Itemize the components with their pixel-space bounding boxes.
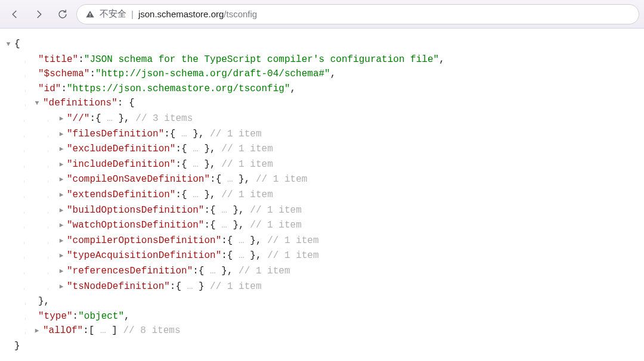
toggle-definition-item[interactable]: ▶ — [60, 264, 64, 279]
collapsed-object[interactable]: { … } — [181, 188, 210, 203]
item-count-comment: // 3 items — [135, 111, 193, 126]
toggle-definition-item[interactable]: ▶ — [60, 234, 64, 248]
toggle-definition-item[interactable]: ▶ — [60, 111, 64, 126]
prop-type: "type": "object", — [2, 309, 638, 324]
definition-item: ▶"compileOnSaveDefinition": { … }, // 1 … — [2, 172, 638, 188]
toggle-definition-item[interactable]: ▶ — [60, 203, 64, 218]
definition-key: "includeDefinition" — [67, 157, 175, 172]
item-count-comment: // 1 item — [267, 234, 318, 248]
toggle-definition-item[interactable]: ▶ — [60, 218, 64, 233]
definition-key: "referencesDefinition" — [67, 264, 193, 279]
url-text: json.schemastore.org/tsconfig — [138, 9, 257, 19]
prop-id: "id": "https://json.schemastore.org/tsco… — [2, 82, 638, 97]
insecure-label: 不安全 — [100, 8, 126, 20]
definition-item: ▶"excludeDefinition": { … }, // 1 item — [2, 142, 638, 157]
definition-key: "watchOptionsDefinition" — [67, 218, 204, 233]
definition-key: "compileOnSaveDefinition" — [67, 172, 210, 187]
toggle-definition-item[interactable]: ▶ — [60, 127, 64, 142]
prop-all-of: ▶ "allOf": [ … ] // 8 items — [2, 323, 638, 339]
svg-rect-1 — [89, 15, 90, 16]
definition-item: ▶"compilerOptionsDefinition": { … }, // … — [2, 234, 638, 249]
address-bar[interactable]: 不安全 | json.schemastore.org/tsconfig — [76, 4, 639, 24]
collapsed-object[interactable]: { … } — [210, 203, 239, 218]
collapsed-object[interactable]: { … } — [199, 264, 227, 279]
definition-item: ▶"buildOptionsDefinition": { … }, // 1 i… — [2, 203, 638, 219]
collapsed-object[interactable]: { … } — [175, 279, 204, 294]
definition-item: ▶"watchOptionsDefinition": { … }, // 1 i… — [2, 218, 638, 234]
collapsed-object[interactable]: { … } — [216, 172, 244, 187]
separator: | — [131, 9, 134, 19]
item-count-comment: // 1 item — [221, 142, 273, 157]
item-count-comment: // 1 item — [250, 203, 301, 218]
collapsed-object[interactable]: { … } — [210, 218, 239, 233]
svg-rect-0 — [89, 13, 90, 15]
definition-item: ▶"includeDefinition": { … }, // 1 item — [2, 157, 638, 173]
item-count-comment: // 1 item — [221, 188, 273, 203]
collapsed-object[interactable]: { … } — [95, 111, 124, 126]
root-open: ▼ { — [2, 37, 638, 52]
definition-item: ▶"filesDefinition": { … }, // 1 item — [2, 127, 638, 142]
arrow-left-icon — [10, 9, 20, 20]
item-count-comment: // 1 item — [250, 218, 301, 233]
toggle-definition-item[interactable]: ▶ — [60, 279, 64, 294]
definition-key: "typeAcquisitionDefinition" — [67, 248, 221, 263]
prop-definitions: ▼ "definitions": { — [2, 96, 638, 111]
collapsed-object[interactable]: { … } — [181, 142, 210, 157]
toggle-definition-item[interactable]: ▶ — [60, 157, 64, 172]
definition-key: "tsNodeDefinition" — [67, 279, 170, 294]
forward-button[interactable] — [29, 4, 49, 24]
definition-key: "excludeDefinition" — [67, 142, 175, 157]
definition-item: ▶"extendsDefinition": { … }, // 1 item — [2, 188, 638, 203]
item-count-comment: // 1 item — [210, 127, 261, 142]
definition-item: ▶"tsNodeDefinition": { … } // 1 item — [2, 279, 638, 295]
definition-key: "compilerOptionsDefinition" — [67, 234, 221, 248]
prop-title: "title": "JSON schema for the TypeScript… — [2, 52, 638, 67]
back-button[interactable] — [5, 4, 25, 24]
toggle-definitions[interactable]: ▼ — [35, 96, 39, 111]
collapsed-object[interactable]: { … } — [170, 127, 199, 142]
item-count-comment: // 1 item — [239, 264, 290, 279]
definition-item: ▶"referencesDefinition": { … }, // 1 ite… — [2, 264, 638, 279]
warning-icon — [85, 10, 95, 19]
arrow-right-icon — [33, 9, 44, 20]
definition-item: ▶"typeAcquisitionDefinition": { … }, // … — [2, 248, 638, 264]
prop-schema: "$schema": "http://json-schema.org/draft… — [2, 67, 638, 82]
browser-toolbar: 不安全 | json.schemastore.org/tsconfig — [0, 0, 644, 29]
toggle-definition-item[interactable]: ▶ — [60, 188, 64, 203]
toggle-definition-item[interactable]: ▶ — [60, 142, 64, 157]
definition-key: "extendsDefinition" — [67, 188, 175, 203]
item-count-comment: // 1 item — [221, 157, 273, 172]
definitions-close: }, — [2, 294, 638, 309]
reload-button[interactable] — [52, 4, 73, 24]
definition-item: ▶"//": { … }, // 3 items — [2, 111, 638, 127]
collapsed-object[interactable]: { … } — [181, 157, 210, 172]
root-close: } — [2, 339, 638, 354]
collapsed-array[interactable]: [ … ] — [89, 323, 117, 338]
json-viewer: ▼ { "title": "JSON schema for the TypeSc… — [0, 29, 644, 361]
definition-key: "//" — [67, 111, 89, 126]
item-count-comment: // 1 item — [267, 248, 318, 263]
definition-key: "filesDefinition" — [67, 127, 164, 142]
reload-icon — [57, 9, 68, 20]
collapsed-object[interactable]: { … } — [227, 234, 256, 248]
collapsed-object[interactable]: { … } — [227, 248, 256, 263]
definition-key: "buildOptionsDefinition" — [67, 203, 204, 218]
toggle-root[interactable]: ▼ — [7, 37, 11, 52]
toggle-definition-item[interactable]: ▶ — [60, 172, 64, 187]
toggle-all-of[interactable]: ▶ — [35, 323, 39, 338]
item-count-comment: // 1 item — [256, 172, 307, 187]
item-count-comment: // 1 item — [210, 279, 261, 294]
toggle-definition-item[interactable]: ▶ — [60, 248, 64, 263]
